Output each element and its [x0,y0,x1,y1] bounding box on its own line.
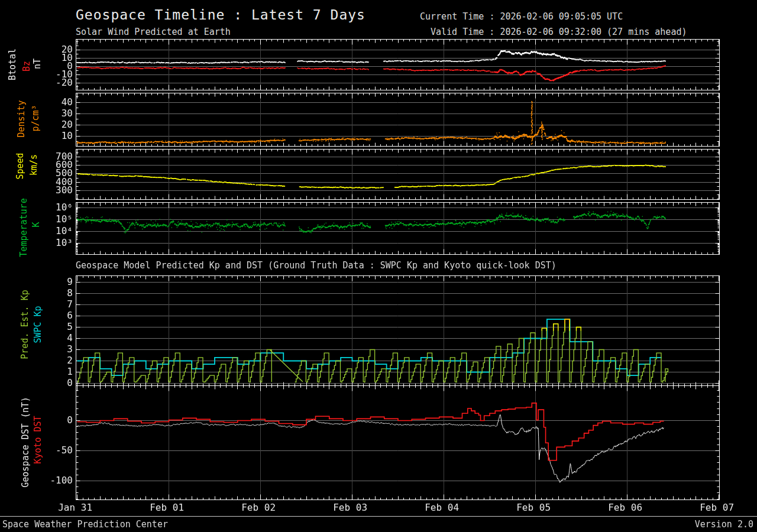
y-tick-label: 20 [43,119,73,130]
y-tick-label: -20 [43,77,73,88]
y-tick-label: -100 [43,475,73,486]
axis-label-speed-unit: km/s [28,154,39,176]
axis-label-temperature: Temperature [18,198,29,257]
axis-label-pred-est-kp: Pred. Est. Kp [20,290,30,359]
x-tick-label: Feb 02 [241,502,276,513]
y-tick-label: 0 [43,378,73,388]
axis-label-density-unit: p/cm³ [30,105,41,131]
x-tick-label: Feb 06 [608,502,642,513]
x-tick-label: Feb 01 [150,502,184,513]
y-tick-label: 9 [43,277,73,287]
y-tick-label: 10⁵ [43,214,73,225]
axis-label-temperature-unit: K [31,222,41,227]
y-tick-label: 3 [43,344,73,355]
y-tick-label: 10³ [43,238,73,248]
y-tick-label: 0 [43,415,73,426]
x-tick-label: Feb 05 [516,502,551,513]
axis-label-density: Density [16,100,27,137]
x-tick-label: Feb 07 [700,502,734,513]
y-tick-label: -50 [43,445,73,456]
y-tick-label: 10 [43,131,73,141]
y-tick-label: 300 [43,185,73,196]
y-tick-label: 40 [43,97,73,108]
y-tick-label: 5 [43,322,73,332]
axis-label-bz: Bz [21,61,32,72]
axis-label-swpc-kp: SWPC Kp [33,306,43,343]
y-tick-label: 10⁶ [43,202,73,213]
kp-dst-section-title: Geospace Model Predicted Kp and DST (Gro… [76,260,557,271]
axis-label-geospace-dst: Geospace DST (nT) [20,397,31,488]
axis-label-btotal: Btotal [7,48,18,80]
x-tick-label: Jan 31 [58,502,92,513]
y-tick-label: 2 [43,355,73,366]
y-tick-label: 4 [43,333,73,343]
x-tick-label: Feb 03 [333,502,367,513]
axis-label-nt: nT [32,59,43,69]
axis-label-kyoto-dst: Kyoto DST [33,416,43,463]
footer-right: Version 2.0 [695,519,753,530]
footer-divider [0,516,757,517]
y-tick-label: 7 [43,299,73,310]
footer-left: Space Weather Prediction Center [2,519,168,530]
y-tick-label: 6 [43,310,73,321]
y-tick-label: 10⁴ [43,226,73,236]
y-tick-label: 30 [43,108,73,119]
x-tick-label: Feb 04 [425,502,459,513]
geospace-timeline-screen: Geospace Timeline : Latest 7 Days Curren… [0,0,757,532]
y-tick-label: 1 [43,366,73,377]
axis-label-speed: Speed [15,153,25,179]
y-tick-label: 8 [43,288,73,299]
